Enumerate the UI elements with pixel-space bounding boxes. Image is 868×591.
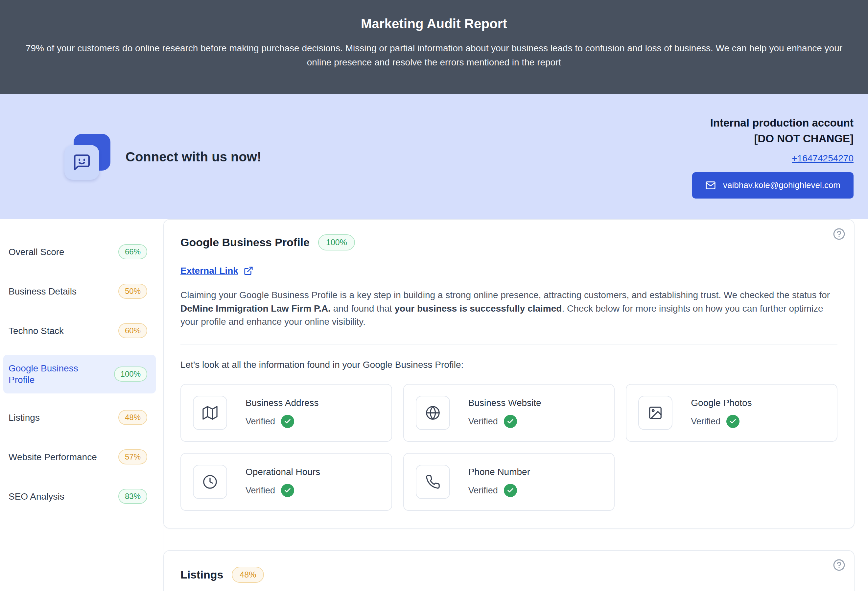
- info-card-phone-number: Phone Number Verified: [403, 453, 615, 511]
- score-badge: 50%: [118, 284, 147, 299]
- info-card-title: Google Photos: [691, 398, 751, 408]
- sidebar-item-label: Website Performance: [9, 451, 97, 463]
- logo-tile-front: [64, 145, 99, 180]
- sidebar-item-google-business-profile[interactable]: Google Business Profile 100%: [3, 355, 156, 393]
- external-link-row: External Link: [180, 266, 837, 276]
- info-card-business-address: Business Address Verified: [180, 384, 392, 442]
- info-card-title: Phone Number: [468, 467, 530, 477]
- info-card-title: Business Address: [245, 398, 319, 408]
- info-card-google-photos: Google Photos Verified: [626, 384, 837, 442]
- section-header: Listings 48%: [180, 567, 837, 583]
- verified-check-icon: [281, 415, 294, 428]
- sidebar-item-label: Overall Score: [9, 246, 64, 258]
- chat-smiley-icon: [72, 153, 92, 172]
- photos-icon: [638, 396, 672, 430]
- verification-status: Verified: [245, 484, 320, 497]
- score-badge: 60%: [118, 323, 147, 338]
- envelope-icon: [705, 180, 716, 191]
- section-divider: [180, 344, 837, 344]
- score-badge: 83%: [118, 489, 147, 504]
- sidebar-item-business-details[interactable]: Business Details 50%: [3, 276, 156, 307]
- clock-icon: [193, 465, 227, 499]
- score-badge: 100%: [114, 366, 147, 382]
- sidebar-item-website-performance[interactable]: Website Performance 57%: [3, 442, 156, 472]
- section-header: Google Business Profile 100%: [180, 234, 837, 250]
- chat-bubble-icon: [64, 134, 111, 180]
- help-icon[interactable]: [833, 559, 845, 571]
- help-icon[interactable]: [833, 228, 845, 240]
- info-intro: Let's look at all the information found …: [180, 360, 837, 370]
- map-icon: [193, 396, 227, 430]
- globe-icon: [416, 396, 450, 430]
- claim-status: your business is successfully claimed: [395, 303, 562, 313]
- verified-check-icon: [504, 415, 517, 428]
- section-score-badge: 100%: [318, 234, 355, 250]
- verified-check-icon: [504, 484, 517, 497]
- section-score-badge: 48%: [232, 567, 264, 583]
- email-button-label: vaibhav.kole@gohighlevel.com: [723, 180, 840, 190]
- gbp-info-grid: Business Address Verified: [180, 384, 837, 511]
- external-link[interactable]: External Link: [180, 266, 238, 276]
- phone-link[interactable]: +16474254270: [792, 153, 853, 164]
- score-badge: 66%: [118, 244, 147, 259]
- business-name: DeMine Immigration Law Firm P.A.: [180, 303, 331, 313]
- marketing-audit-report-page: Marketing Audit Report 79% of your custo…: [0, 0, 868, 591]
- section-title: Google Business Profile: [180, 236, 310, 249]
- account-name: Internal production account: [710, 115, 853, 131]
- sidebar-item-overall-score[interactable]: Overall Score 66%: [3, 236, 156, 267]
- info-card-operational-hours: Operational Hours Verified: [180, 453, 392, 511]
- report-body: Overall Score 66% Business Details 50% T…: [0, 219, 868, 591]
- sidebar-item-label: Google Business Profile: [9, 362, 105, 386]
- connect-banner-right: Internal production account [DO NOT CHAN…: [692, 115, 853, 198]
- google-business-profile-section: Google Business Profile 100% External Li…: [163, 219, 855, 529]
- connect-banner: Connect with us now! Internal production…: [0, 95, 868, 219]
- email-button[interactable]: vaibhav.kole@gohighlevel.com: [692, 172, 853, 198]
- score-badge: 57%: [118, 449, 147, 464]
- info-card-business-website: Business Website Verified: [403, 384, 615, 442]
- account-warning: [DO NOT CHANGE]: [754, 131, 853, 146]
- verification-status: Verified: [245, 415, 319, 428]
- sidebar-item-techno-stack[interactable]: Techno Stack 60%: [3, 315, 156, 346]
- listings-section: Listings 48%: [163, 550, 855, 591]
- report-sidebar: Overall Score 66% Business Details 50% T…: [0, 219, 163, 591]
- verification-status: Verified: [468, 484, 530, 497]
- verification-status: Verified: [468, 415, 541, 428]
- page-title: Marketing Audit Report: [23, 16, 845, 31]
- info-card-title: Operational Hours: [245, 467, 320, 477]
- info-card-title: Business Website: [468, 398, 541, 408]
- external-link-icon: [244, 266, 253, 276]
- gbp-description: Claiming your Google Business Profile is…: [180, 289, 837, 329]
- verified-check-icon: [281, 484, 294, 497]
- sidebar-item-label: Techno Stack: [9, 325, 64, 337]
- connect-banner-left: Connect with us now!: [64, 134, 261, 180]
- phone-icon: [416, 465, 450, 499]
- verified-check-icon: [726, 415, 740, 428]
- connect-headline: Connect with us now!: [125, 149, 261, 164]
- report-header: Marketing Audit Report 79% of your custo…: [0, 0, 868, 95]
- report-subtitle: 79% of your customers do online research…: [25, 41, 843, 70]
- sidebar-item-listings[interactable]: Listings 48%: [3, 402, 156, 433]
- sidebar-item-seo-analysis[interactable]: SEO Analysis 83%: [3, 481, 156, 512]
- verification-status: Verified: [691, 415, 751, 428]
- report-main: Google Business Profile 100% External Li…: [163, 219, 868, 591]
- sidebar-item-label: Listings: [9, 412, 40, 423]
- sidebar-item-label: SEO Analysis: [9, 491, 64, 502]
- sidebar-item-label: Business Details: [9, 286, 77, 297]
- score-badge: 48%: [118, 410, 147, 425]
- section-title: Listings: [180, 568, 223, 581]
